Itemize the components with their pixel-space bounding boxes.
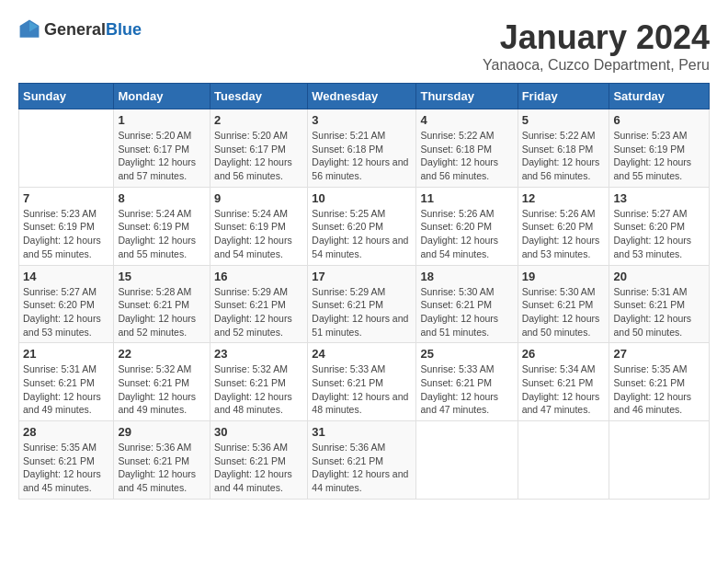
day-info: Sunrise: 5:29 AMSunset: 6:21 PMDaylight:… xyxy=(312,285,412,339)
day-number: 27 xyxy=(613,347,705,361)
calendar-cell: 11Sunrise: 5:26 AMSunset: 6:20 PMDayligh… xyxy=(416,187,518,265)
day-number: 31 xyxy=(312,425,412,439)
calendar-cell xyxy=(416,421,518,500)
day-info: Sunrise: 5:36 AMSunset: 6:21 PMDaylight:… xyxy=(118,441,206,495)
day-info: Sunrise: 5:20 AMSunset: 6:17 PMDaylight:… xyxy=(214,129,303,183)
calendar-cell: 17Sunrise: 5:29 AMSunset: 6:21 PMDayligh… xyxy=(308,265,416,343)
logo-blue: Blue xyxy=(106,20,142,39)
month-title: January 2024 xyxy=(483,18,710,57)
day-info: Sunrise: 5:29 AMSunset: 6:21 PMDaylight:… xyxy=(214,285,303,339)
calendar-cell: 21Sunrise: 5:31 AMSunset: 6:21 PMDayligh… xyxy=(19,343,114,421)
calendar-cell: 15Sunrise: 5:28 AMSunset: 6:21 PMDayligh… xyxy=(114,265,210,343)
day-number: 3 xyxy=(312,113,412,127)
day-info: Sunrise: 5:22 AMSunset: 6:18 PMDaylight:… xyxy=(420,129,513,183)
day-number: 5 xyxy=(522,113,606,127)
day-number: 17 xyxy=(312,270,412,283)
weekday-header: Saturday xyxy=(609,84,710,109)
day-number: 13 xyxy=(613,191,705,205)
calendar-cell: 3Sunrise: 5:21 AMSunset: 6:18 PMDaylight… xyxy=(308,109,416,188)
calendar-week-row: 28Sunrise: 5:35 AMSunset: 6:21 PMDayligh… xyxy=(19,421,710,500)
day-info: Sunrise: 5:23 AMSunset: 6:19 PMDaylight:… xyxy=(613,129,705,183)
weekday-header: Sunday xyxy=(19,84,114,109)
calendar-cell: 18Sunrise: 5:30 AMSunset: 6:21 PMDayligh… xyxy=(416,265,518,343)
day-number: 30 xyxy=(214,425,303,439)
calendar-cell: 8Sunrise: 5:24 AMSunset: 6:19 PMDaylight… xyxy=(114,187,210,265)
day-number: 11 xyxy=(420,191,513,205)
calendar-week-row: 14Sunrise: 5:27 AMSunset: 6:20 PMDayligh… xyxy=(19,265,710,343)
calendar-cell: 9Sunrise: 5:24 AMSunset: 6:19 PMDaylight… xyxy=(210,187,308,265)
day-info: Sunrise: 5:30 AMSunset: 6:21 PMDaylight:… xyxy=(522,285,606,339)
day-info: Sunrise: 5:22 AMSunset: 6:18 PMDaylight:… xyxy=(522,129,606,183)
day-number: 4 xyxy=(420,113,513,127)
calendar-week-row: 21Sunrise: 5:31 AMSunset: 6:21 PMDayligh… xyxy=(19,343,710,421)
calendar-cell xyxy=(19,109,114,188)
calendar-cell: 25Sunrise: 5:33 AMSunset: 6:21 PMDayligh… xyxy=(416,343,518,421)
calendar-cell: 29Sunrise: 5:36 AMSunset: 6:21 PMDayligh… xyxy=(114,421,210,500)
day-info: Sunrise: 5:30 AMSunset: 6:21 PMDaylight:… xyxy=(420,285,513,339)
day-number: 7 xyxy=(23,191,109,205)
calendar-cell: 22Sunrise: 5:32 AMSunset: 6:21 PMDayligh… xyxy=(114,343,210,421)
calendar-cell: 6Sunrise: 5:23 AMSunset: 6:19 PMDaylight… xyxy=(609,109,710,188)
day-number: 26 xyxy=(522,347,606,361)
title-area: January 2024 Yanaoca, Cuzco Department, … xyxy=(483,18,710,74)
calendar-cell: 12Sunrise: 5:26 AMSunset: 6:20 PMDayligh… xyxy=(518,187,609,265)
calendar-cell: 5Sunrise: 5:22 AMSunset: 6:18 PMDaylight… xyxy=(518,109,609,188)
page-header: GeneralBlue January 2024 Yanaoca, Cuzco … xyxy=(18,18,710,74)
day-info: Sunrise: 5:24 AMSunset: 6:19 PMDaylight:… xyxy=(118,207,206,261)
calendar-cell: 27Sunrise: 5:35 AMSunset: 6:21 PMDayligh… xyxy=(609,343,710,421)
weekday-header: Friday xyxy=(518,84,609,109)
day-number: 28 xyxy=(23,425,109,439)
day-info: Sunrise: 5:21 AMSunset: 6:18 PMDaylight:… xyxy=(312,129,412,183)
logo: GeneralBlue xyxy=(18,18,142,40)
logo-general: General xyxy=(44,20,106,39)
day-number: 29 xyxy=(118,425,206,439)
day-number: 10 xyxy=(312,191,412,205)
calendar-cell: 26Sunrise: 5:34 AMSunset: 6:21 PMDayligh… xyxy=(518,343,609,421)
calendar-cell: 2Sunrise: 5:20 AMSunset: 6:17 PMDaylight… xyxy=(210,109,308,188)
day-info: Sunrise: 5:24 AMSunset: 6:19 PMDaylight:… xyxy=(214,207,303,261)
day-number: 6 xyxy=(613,113,705,127)
calendar-cell: 7Sunrise: 5:23 AMSunset: 6:19 PMDaylight… xyxy=(19,187,114,265)
weekday-header: Wednesday xyxy=(308,84,416,109)
calendar-cell: 13Sunrise: 5:27 AMSunset: 6:20 PMDayligh… xyxy=(609,187,710,265)
day-info: Sunrise: 5:36 AMSunset: 6:21 PMDaylight:… xyxy=(312,441,412,495)
weekday-header: Tuesday xyxy=(210,84,308,109)
day-info: Sunrise: 5:32 AMSunset: 6:21 PMDaylight:… xyxy=(118,362,206,417)
day-info: Sunrise: 5:25 AMSunset: 6:20 PMDaylight:… xyxy=(312,207,412,261)
calendar-cell: 31Sunrise: 5:36 AMSunset: 6:21 PMDayligh… xyxy=(308,421,416,500)
weekday-header: Thursday xyxy=(416,84,518,109)
calendar-cell: 14Sunrise: 5:27 AMSunset: 6:20 PMDayligh… xyxy=(19,265,114,343)
calendar-cell xyxy=(609,421,710,500)
calendar-cell: 30Sunrise: 5:36 AMSunset: 6:21 PMDayligh… xyxy=(210,421,308,500)
calendar-cell xyxy=(518,421,609,500)
calendar-table: SundayMondayTuesdayWednesdayThursdayFrid… xyxy=(18,83,710,500)
day-info: Sunrise: 5:23 AMSunset: 6:19 PMDaylight:… xyxy=(23,207,109,261)
day-number: 18 xyxy=(420,270,513,283)
day-info: Sunrise: 5:28 AMSunset: 6:21 PMDaylight:… xyxy=(118,285,206,339)
day-number: 24 xyxy=(312,347,412,361)
calendar-cell: 24Sunrise: 5:33 AMSunset: 6:21 PMDayligh… xyxy=(308,343,416,421)
day-info: Sunrise: 5:27 AMSunset: 6:20 PMDaylight:… xyxy=(23,285,109,339)
calendar-cell: 23Sunrise: 5:32 AMSunset: 6:21 PMDayligh… xyxy=(210,343,308,421)
day-info: Sunrise: 5:35 AMSunset: 6:21 PMDaylight:… xyxy=(23,441,109,495)
day-info: Sunrise: 5:33 AMSunset: 6:21 PMDaylight:… xyxy=(420,362,513,417)
day-number: 12 xyxy=(522,191,606,205)
calendar-cell: 28Sunrise: 5:35 AMSunset: 6:21 PMDayligh… xyxy=(19,421,114,500)
day-info: Sunrise: 5:20 AMSunset: 6:17 PMDaylight:… xyxy=(118,129,206,183)
location-subtitle: Yanaoca, Cuzco Department, Peru xyxy=(483,57,710,74)
day-number: 9 xyxy=(214,191,303,205)
day-number: 8 xyxy=(118,191,206,205)
calendar-cell: 19Sunrise: 5:30 AMSunset: 6:21 PMDayligh… xyxy=(518,265,609,343)
day-number: 23 xyxy=(214,347,303,361)
calendar-week-row: 1Sunrise: 5:20 AMSunset: 6:17 PMDaylight… xyxy=(19,109,710,188)
day-info: Sunrise: 5:34 AMSunset: 6:21 PMDaylight:… xyxy=(522,362,606,417)
day-number: 20 xyxy=(613,270,705,283)
day-info: Sunrise: 5:26 AMSunset: 6:20 PMDaylight:… xyxy=(522,207,606,261)
day-number: 19 xyxy=(522,270,606,283)
calendar-cell: 16Sunrise: 5:29 AMSunset: 6:21 PMDayligh… xyxy=(210,265,308,343)
day-number: 22 xyxy=(118,347,206,361)
calendar-cell: 20Sunrise: 5:31 AMSunset: 6:21 PMDayligh… xyxy=(609,265,710,343)
day-number: 15 xyxy=(118,270,206,283)
logo-text: GeneralBlue xyxy=(44,20,142,40)
day-number: 16 xyxy=(214,270,303,283)
